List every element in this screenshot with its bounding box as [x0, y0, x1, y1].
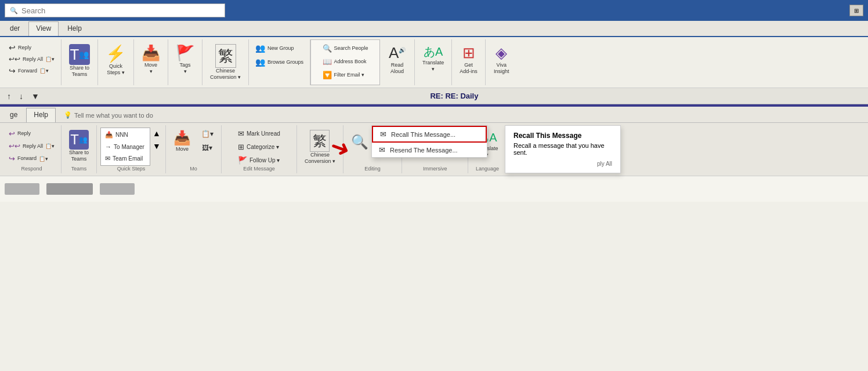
forward2-button[interactable]: ↪ Forward 📋▾ [6, 152, 57, 165]
move-other-icon: 🖼▾ [202, 144, 212, 152]
tags-icon: 🚩 [176, 44, 194, 62]
qat-menu-btn[interactable]: ▼ [29, 90, 42, 102]
tab-der[interactable]: der [2, 21, 27, 36]
group-move2: 📥 Move 📋▾ 🖼▾ Mo [166, 125, 222, 173]
browse-groups-icon: 👥 [255, 57, 265, 67]
group-readaloud: A🔊 ReadAloud [380, 39, 415, 85]
blur-item-2 [46, 183, 93, 195]
tags-button[interactable]: 🚩 Tags▾ [172, 42, 198, 77]
reply-button[interactable]: ↩ Reply [6, 42, 57, 53]
qs-scroll-up[interactable]: ▲ [151, 128, 162, 139]
move-button[interactable]: 📥 Move▾ [138, 42, 164, 77]
translate-button[interactable]: あA Translate▾ [418, 42, 448, 75]
group-people-label [311, 82, 379, 83]
reply-all-button[interactable]: ↩↩ Reply All 📋▾ [6, 54, 57, 64]
search-input[interactable] [21, 6, 220, 15]
group-tags-label [168, 83, 202, 84]
group-translate: あA Translate▾ [415, 39, 452, 85]
search-people-button[interactable]: 🔍 Search People [320, 42, 371, 54]
share-teams-button[interactable]: T👥 Share toTeams [65, 42, 94, 80]
move2-button[interactable]: 📥 Move [169, 128, 195, 155]
qs-tomanager[interactable]: → To Manager [102, 141, 149, 152]
new-group-icon: 👥 [255, 43, 265, 53]
ribbon-top: ↩ Reply ↩↩ Reply All 📋▾ ↪ Forward 📋▾ T👥 [0, 37, 868, 88]
resend-message-item[interactable]: ✉ Resend The Message... [372, 143, 487, 157]
qs-scroll-down[interactable]: ▼ [151, 140, 162, 152]
forward2-dropdown[interactable]: 📋▾ [39, 156, 48, 162]
top-bar: 🔍 ⊞ [0, 0, 868, 21]
group-quicksteps: ⚡ QuickSteps ▾ [98, 39, 134, 85]
categorize-icon: ⊞ [238, 143, 244, 151]
tab-view[interactable]: View [28, 21, 59, 36]
group-chinese-label [202, 83, 248, 84]
forward-button[interactable]: ↪ Forward 📋▾ [6, 65, 57, 77]
tooltip-title: Recall This Message [513, 132, 612, 140]
group-addins: ⊞ GetAdd-ins [452, 39, 486, 85]
tab-help-bottom[interactable]: Help [26, 108, 56, 122]
move-other-dropdown[interactable]: 🖼▾ [197, 141, 218, 154]
forward2-icon: ↪ [9, 154, 15, 163]
tooltip-body: Recall a message that you have sent. [513, 142, 612, 156]
group-teams: T👥 Share toTeams [62, 39, 98, 85]
reply-all2-button[interactable]: ↩↩ Reply All 📋▾ [6, 140, 57, 152]
viva-insights-button[interactable]: ◈ VivaInsight [490, 42, 513, 77]
share-teams2-button[interactable]: T👥 Share toTeams [65, 128, 93, 165]
new-group-button[interactable]: 👥 New Group [252, 42, 306, 54]
qs-teamemail-icon: ✉ [105, 155, 110, 162]
tab-help[interactable]: Help [60, 21, 89, 36]
read-aloud-button[interactable]: A🔊 ReadAloud [385, 42, 410, 77]
qs-tomanager-icon: → [105, 143, 111, 150]
down-arrow-btn[interactable]: ↓ [17, 90, 26, 102]
reply2-icon: ↩ [9, 129, 15, 138]
chinese2-icon: 繁 [310, 130, 330, 152]
qs-nnn[interactable]: 📥 NNN [102, 129, 149, 140]
move-copy-dropdown[interactable]: 📋▾ [197, 128, 218, 140]
chinese-icon: 繁 [215, 44, 236, 68]
window-tile-btn[interactable]: ⊞ [849, 5, 863, 16]
group-respond2: ↩ Reply ↩↩ Reply All 📋▾ ↪ Forward 📋▾ Res… [2, 125, 62, 173]
group-editing-label: Editing [343, 165, 402, 172]
window-controls: ⊞ [849, 5, 863, 16]
email-list [0, 176, 868, 202]
resend-label: Resend The Message... [390, 147, 458, 154]
teams-icon: T👥 [69, 44, 90, 65]
search-icon: 🔍 [10, 7, 18, 14]
up-arrow-btn[interactable]: ↑ [5, 90, 13, 102]
read-aloud-icon: A🔊 [389, 44, 406, 62]
group-move2-label: Mo [166, 165, 221, 172]
lightbulb-icon: 💡 [64, 111, 72, 119]
browse-groups-button[interactable]: 👥 Browse Groups [252, 56, 306, 68]
reply-all-dropdown[interactable]: 📋▾ [45, 56, 55, 62]
filter-email-button[interactable]: 🔽 Filter Email ▾ [320, 69, 371, 81]
chinese-conv-button[interactable]: 繁 ChineseConversion ▾ [206, 42, 245, 83]
quick-steps-button[interactable]: ⚡ QuickSteps ▾ [102, 42, 130, 78]
address-book-button[interactable]: 📖 Address Book [320, 56, 371, 68]
reply-all-hint: ply All [513, 161, 612, 167]
translate-icon: あA [424, 44, 443, 60]
reply-icon: ↩ [9, 43, 16, 52]
tell-me-box[interactable]: 💡 Tell me what you want to do [57, 111, 160, 119]
forward-dropdown[interactable]: 📋▾ [39, 68, 49, 74]
recall-message-item[interactable]: ✉ Recall This Message... [372, 126, 487, 143]
categorize-button[interactable]: ⊞ Categorize ▾ [235, 141, 283, 153]
tab-ge[interactable]: ge [2, 108, 25, 122]
group-viva: ◈ VivaInsight [486, 39, 518, 85]
recall-label: Recall This Message... [391, 131, 455, 138]
qs-teamemail[interactable]: ✉ Team Email [102, 153, 149, 164]
group-language-label: Language [468, 165, 506, 172]
filter-email-icon: 🔽 [323, 71, 332, 79]
search2-icon: 🔍 [351, 134, 368, 150]
follow-up-button[interactable]: 🚩 Follow Up ▾ [235, 154, 283, 166]
reply-all-icon: ↩↩ [9, 56, 20, 63]
group-respond2-label: Respond [2, 165, 61, 172]
group-viva-label [486, 83, 518, 84]
get-addins-button[interactable]: ⊞ GetAdd-ins [455, 42, 482, 77]
reply2-button[interactable]: ↩ Reply [6, 128, 57, 140]
follow-up-icon: 🚩 [238, 156, 247, 165]
search-box[interactable]: 🔍 [5, 3, 225, 17]
mark-unread-button[interactable]: ✉ Mark Unread [235, 128, 283, 140]
addins-icon: ⊞ [462, 44, 475, 62]
group-chinese2-label [297, 171, 343, 172]
reply-all2-dropdown[interactable]: 📋▾ [45, 143, 55, 149]
move2-icon: 📥 [173, 130, 191, 146]
